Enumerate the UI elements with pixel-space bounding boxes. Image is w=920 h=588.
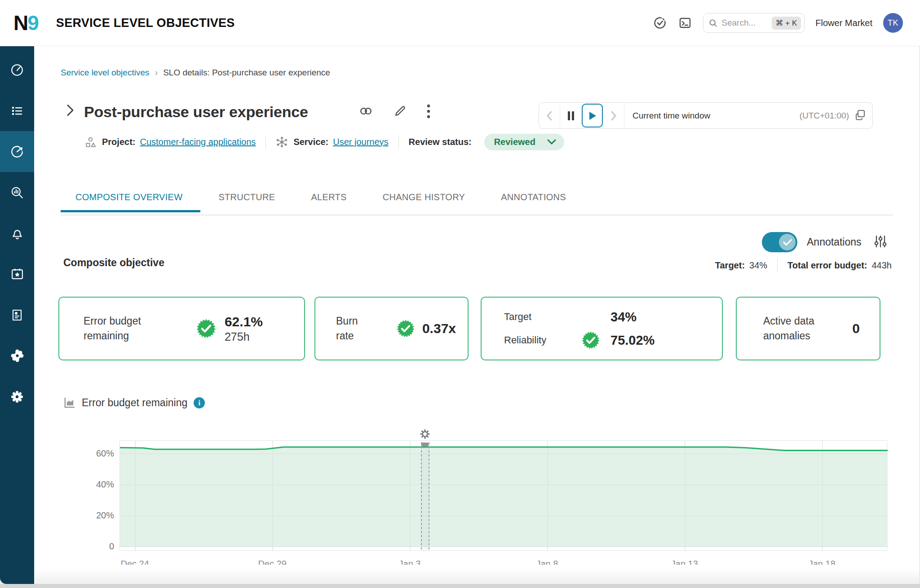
annotation-marker[interactable] — [417, 427, 433, 551]
tab-bar: COMPOSITE OVERVIEW STRUCTURE ALERTS CHAN… — [61, 192, 584, 212]
tab-baseline — [61, 215, 893, 215]
y-tick-label: 0 — [81, 541, 114, 552]
sidebar-item-alerts[interactable] — [0, 213, 34, 254]
edit-pencil-icon[interactable] — [393, 104, 407, 120]
review-status-dropdown[interactable]: Reviewed — [484, 134, 564, 150]
error-budget-hours: 275h — [225, 330, 263, 343]
active-data-anomalies-card: Active data anomalies 0 — [736, 297, 880, 360]
service-icon — [276, 136, 288, 148]
org-name[interactable]: Flower Market — [815, 18, 872, 28]
y-tick-label: 20% — [81, 510, 114, 521]
x-tick-label: Dec 24 — [120, 559, 149, 565]
copy-icon[interactable] — [854, 109, 866, 123]
settings-gear-icon — [10, 390, 24, 404]
bell-icon — [10, 226, 24, 240]
search-input[interactable]: Search... ⌘ + K — [703, 13, 805, 33]
pause-button[interactable] — [560, 103, 581, 128]
annotations-toggle[interactable] — [762, 232, 797, 252]
total-error-budget-label: Total error budget: — [787, 260, 867, 271]
search-shortcut: ⌘ + K — [772, 17, 801, 30]
target-card-value: 34% — [610, 310, 637, 325]
gear-icon[interactable] — [417, 427, 433, 441]
bottom-fade — [0, 568, 920, 584]
target-value: 34% — [749, 260, 767, 271]
burn-rate-value: 0.37x — [422, 321, 456, 336]
slo-status-icon[interactable] — [653, 16, 667, 30]
sidebar-item-slo-details[interactable] — [0, 131, 34, 172]
x-tick-label: Jan 13 — [671, 559, 698, 565]
target-card-label: Target — [504, 311, 581, 323]
burn-rate-card: Burn rate 0.37x — [314, 297, 469, 360]
chevron-down-icon — [547, 139, 556, 145]
target-label: Target: — [715, 260, 745, 271]
project-label: Project: — [102, 137, 135, 147]
time-window-label[interactable]: Current time window — [632, 111, 710, 121]
healthy-badge-icon — [196, 318, 217, 339]
tab-annotations[interactable]: ANNOTATIONS — [483, 192, 584, 212]
project-link[interactable]: Customer-facing applications — [140, 137, 256, 147]
tab-change-history[interactable]: CHANGE HISTORY — [365, 192, 483, 212]
error-budget-chart[interactable] — [119, 440, 887, 551]
sidebar-item-settings[interactable] — [0, 376, 34, 417]
bottom-scrollbar[interactable] — [0, 584, 920, 588]
chart-section-title: Error budget remaining — [82, 397, 187, 409]
x-tick-label: Jan 18 — [809, 559, 836, 565]
card-label: Error budget remaining — [84, 314, 173, 343]
time-forward-button[interactable] — [603, 103, 624, 128]
breadcrumb: Service level objectives › SLO details: … — [61, 67, 330, 78]
reliability-value: 75.02% — [610, 333, 655, 348]
healthy-badge-icon — [581, 331, 600, 350]
sidebar-item-reports[interactable] — [0, 294, 34, 335]
x-tick-label: Jan 3 — [399, 559, 421, 565]
info-icon[interactable]: i — [194, 397, 205, 408]
nobl9-logo[interactable]: N9 — [13, 11, 38, 35]
kebab-menu-icon[interactable] — [427, 104, 430, 121]
annotation-range[interactable] — [421, 442, 429, 551]
breadcrumb-root-link[interactable]: Service level objectives — [61, 68, 149, 78]
expand-chevron[interactable] — [66, 103, 74, 121]
project-icon — [84, 136, 97, 148]
tab-composite-overview[interactable]: COMPOSITE OVERVIEW — [61, 192, 200, 212]
calendar-star-icon — [10, 267, 24, 281]
app-title: SERVICE LEVEL OBJECTIVES — [56, 16, 235, 30]
breadcrumb-current: SLO details: Post-purchase user experien… — [163, 68, 330, 78]
sidebar-item-insights[interactable] — [0, 172, 34, 213]
service-link[interactable]: User journeys — [333, 137, 388, 147]
review-status-label: Review status: — [409, 137, 472, 147]
chart-settings-icon[interactable] — [873, 234, 888, 251]
chart-y-axis: 020%40%60% — [81, 440, 114, 551]
tab-alerts[interactable]: ALERTS — [293, 192, 364, 212]
review-status-value: Reviewed — [494, 137, 535, 147]
sidebar-item-slo-list[interactable] — [0, 90, 34, 131]
timezone-label: (UTC+01:00) — [800, 111, 849, 121]
error-budget-percent: 62.1% — [225, 314, 263, 329]
play-button[interactable] — [582, 104, 603, 127]
time-window-control: Current time window (UTC+01:00) — [539, 102, 873, 129]
time-back-button[interactable] — [539, 103, 560, 128]
annotations-toggle-label: Annotations — [807, 236, 861, 248]
y-tick-label: 40% — [81, 479, 114, 490]
tab-structure[interactable]: STRUCTURE — [200, 192, 293, 212]
terminal-icon[interactable] — [678, 16, 692, 30]
search-icon — [709, 19, 717, 27]
composite-objective-title: Composite objective — [63, 257, 164, 269]
avatar[interactable]: TK — [883, 13, 903, 33]
healthy-badge-icon — [396, 319, 415, 338]
total-error-budget-value: 443h — [872, 260, 892, 271]
slo-target-icon — [9, 144, 25, 159]
sidebar-item-events[interactable] — [0, 254, 34, 294]
service-label: Service: — [293, 137, 328, 147]
sidebar — [0, 46, 34, 584]
copy-link-icon[interactable] — [358, 104, 373, 120]
breadcrumb-separator: › — [155, 67, 158, 78]
area-chart-icon — [63, 397, 75, 409]
speedometer-icon — [10, 63, 24, 77]
sidebar-item-integrations[interactable] — [0, 335, 34, 376]
y-tick-label: 60% — [81, 448, 114, 459]
check-icon — [783, 239, 792, 246]
search-placeholder: Search... — [721, 18, 767, 28]
card-label: Burn rate — [336, 314, 367, 343]
annotation-handle[interactable] — [421, 443, 429, 447]
x-tick-label: Dec 29 — [258, 559, 286, 565]
sidebar-item-dashboard[interactable] — [0, 49, 34, 90]
